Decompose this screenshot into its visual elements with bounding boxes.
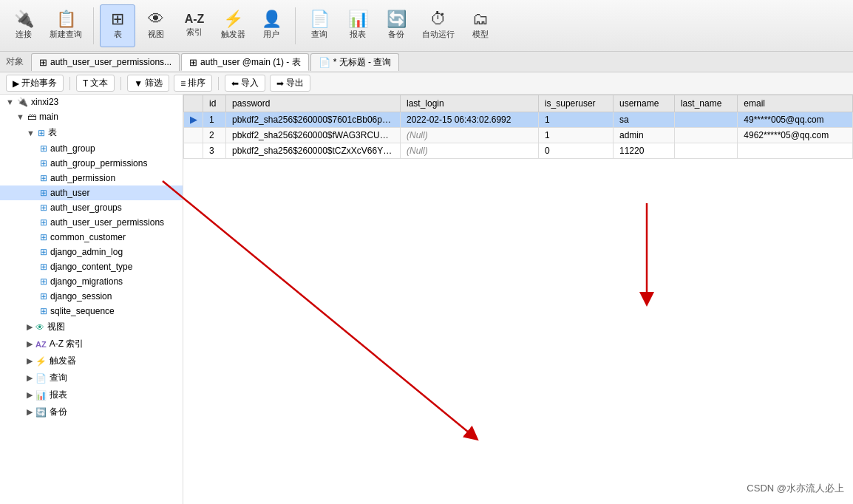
col-header-email[interactable]: email: [738, 95, 853, 112]
user-button[interactable]: 👤 用户: [254, 4, 289, 47]
separator-2: [295, 7, 296, 44]
sidebar-reports-section[interactable]: ▶ 📊 报表: [0, 386, 183, 403]
col-header-id[interactable]: id: [203, 95, 226, 112]
filter-button[interactable]: ▼ 筛选: [127, 75, 169, 92]
trigger-icon: ⚡: [223, 11, 243, 27]
backup-label: 备份: [388, 29, 404, 40]
sidebar-views-section[interactable]: ▶ 👁 视图: [0, 319, 183, 336]
tab-auth-user[interactable]: ⊞ auth_user @main (1) - 表: [181, 53, 309, 71]
sidebar-triggers-section[interactable]: ▶ ⚡ 触发器: [0, 353, 183, 370]
cell-username[interactable]: 11220: [613, 143, 674, 159]
tab-permissions[interactable]: ⊞ auth_user_user_permissions...: [31, 53, 180, 71]
cell-username[interactable]: admin: [613, 128, 674, 143]
cell-last_login[interactable]: (Null): [400, 143, 538, 159]
report-button[interactable]: 📊 报表: [340, 4, 375, 47]
sidebar-queries-section[interactable]: ▶ 📄 查询: [0, 370, 183, 386]
index-label: 索引: [186, 27, 203, 38]
col-header-last-login[interactable]: last_login: [400, 95, 538, 112]
sidebar-table-django-session[interactable]: ⊞ django_session: [0, 289, 183, 304]
sidebar-table-auth-group-label: auth_group: [50, 143, 95, 154]
col-header-password[interactable]: password: [226, 95, 401, 112]
table-row[interactable]: 2pbkdf2_sha256$260000$fWAG3RCUN25cuhVIsG…: [184, 128, 853, 143]
sidebar-table-django-content-type[interactable]: ⊞ django_content_type: [0, 259, 183, 274]
backup-button[interactable]: 🔄 备份: [378, 4, 414, 47]
sidebar-table-auth-user-groups[interactable]: ⊞ auth_user_groups: [0, 200, 183, 215]
cell-email[interactable]: [738, 143, 853, 159]
cell-last_name[interactable]: [674, 128, 737, 143]
sidebar-table-auth-group[interactable]: ⊞ auth_group: [0, 141, 183, 156]
autorun-button[interactable]: ⏱ 自动运行: [417, 4, 460, 47]
view-icon: 👁: [148, 11, 164, 27]
sidebar-db[interactable]: ▼ 🗃 main: [0, 109, 183, 124]
import-icon: ⬅: [231, 78, 239, 89]
begin-txn-button[interactable]: ▶ 开始事务: [6, 75, 64, 92]
triggers-section-icon: ⚡: [35, 356, 47, 367]
sidebar-table-sqlite-sequence[interactable]: ⊞ sqlite_sequence: [0, 304, 183, 319]
tab-permissions-icon: ⊞: [39, 57, 47, 68]
reports-section-icon: 📊: [35, 390, 47, 401]
trigger-button[interactable]: ⚡ 触发器: [215, 4, 251, 47]
cell-is_superuser[interactable]: 0: [538, 143, 613, 159]
sidebar-backups-section[interactable]: ▶ 🔄 备份: [0, 403, 183, 420]
table-icon-auth-user-user-permissions: ⊞: [40, 217, 47, 228]
query-button[interactable]: 📄 查询: [302, 4, 337, 47]
cell-email[interactable]: 4962*****05@qq.com: [738, 128, 853, 143]
connect-button[interactable]: 🔌 连接: [6, 4, 41, 47]
tab-untitled-query[interactable]: 📄 * 无标题 - 查询: [310, 53, 400, 71]
connect-icon: 🔌: [14, 11, 34, 27]
sidebar-reports-label: 报表: [50, 389, 67, 401]
sidebar-table-django-admin-log-label: django_admin_log: [50, 247, 123, 257]
sort-button[interactable]: ≡ 排序: [174, 75, 212, 92]
cell-is_superuser[interactable]: 1: [538, 112, 613, 128]
cell-password[interactable]: pbkdf2_sha256$260000$7601cBb06pzUia1Rad5…: [226, 112, 401, 128]
backups-collapse-icon: ▶: [27, 407, 33, 417]
export-button[interactable]: ➡ 导出: [270, 75, 310, 92]
cell-id[interactable]: 2: [203, 128, 226, 143]
col-header-last-name[interactable]: last_name: [674, 95, 737, 112]
cell-is_superuser[interactable]: 1: [538, 128, 613, 143]
filter-icon: ▼: [134, 78, 143, 89]
text-button[interactable]: T 文本: [76, 75, 115, 92]
cell-password[interactable]: pbkdf2_sha256$260000$fWAG3RCUN25cuhVIsGx…: [226, 128, 401, 143]
sidebar-tables-section[interactable]: ▼ ⊞ 表: [0, 124, 183, 141]
table-icon-django-migrations: ⊞: [40, 276, 47, 287]
cell-last_login[interactable]: 2022-02-15 06:43:02.6992: [400, 112, 538, 128]
table-icon: ⊞: [111, 11, 124, 27]
sidebar-table-auth-user[interactable]: ⊞ auth_user: [0, 185, 183, 200]
object-label: 对象: [3, 55, 30, 68]
cell-id[interactable]: 3: [203, 143, 226, 159]
sort-label: 排序: [188, 77, 205, 89]
sidebar-table-auth-permission[interactable]: ⊞ auth_permission: [0, 171, 183, 185]
new-query-button[interactable]: 📋 新建查询: [44, 4, 87, 47]
model-button[interactable]: 🗂 模型: [463, 4, 498, 47]
main-layout: ▼ 🔌 xinxi23 ▼ 🗃 main ▼ ⊞ 表 ⊞ auth_group: [0, 95, 853, 504]
sidebar-table-common-customer[interactable]: ⊞ common_customer: [0, 230, 183, 245]
cell-password[interactable]: pbkdf2_sha256$260000$tCZxXcV66YTAQjr9gMU…: [226, 143, 401, 159]
sidebar-root[interactable]: ▼ 🔌 xinxi23: [0, 95, 183, 109]
action-sep-3: [218, 77, 219, 90]
db-collapse-icon: ▼: [16, 112, 24, 121]
table-row[interactable]: ▶1pbkdf2_sha256$260000$7601cBb06pzUia1Ra…: [184, 112, 853, 128]
view-button[interactable]: 👁 视图: [138, 4, 174, 47]
table-button[interactable]: ⊞ 表: [100, 4, 135, 47]
model-label: 模型: [472, 29, 489, 40]
index-button[interactable]: A-Z 索引: [177, 4, 212, 47]
cell-last_name[interactable]: [674, 112, 737, 128]
cell-last_login[interactable]: (Null): [400, 128, 538, 143]
cell-last_name[interactable]: [674, 143, 737, 159]
sidebar-table-auth-user-label: auth_user: [50, 188, 89, 198]
cell-id[interactable]: 1: [203, 112, 226, 128]
sidebar-table-auth-group-permissions[interactable]: ⊞ auth_group_permissions: [0, 156, 183, 171]
sidebar-table-auth-user-user-permissions[interactable]: ⊞ auth_user_user_permissions: [0, 215, 183, 230]
import-button[interactable]: ⬅ 导入: [225, 75, 265, 92]
cell-username[interactable]: sa: [613, 112, 674, 128]
table-row[interactable]: 3pbkdf2_sha256$260000$tCZxXcV66YTAQjr9gM…: [184, 143, 853, 159]
col-header-is-superuser[interactable]: is_superuser: [538, 95, 613, 112]
col-header-username[interactable]: username: [613, 95, 674, 112]
table-icon-sqlite-sequence: ⊞: [40, 306, 47, 316]
sidebar-indexes-section[interactable]: ▶ AZ A-Z 索引: [0, 336, 183, 353]
sidebar-table-django-admin-log[interactable]: ⊞ django_admin_log: [0, 245, 183, 259]
report-icon: 📊: [348, 11, 368, 27]
sidebar-table-django-migrations[interactable]: ⊞ django_migrations: [0, 274, 183, 289]
cell-email[interactable]: 49*****005@qq.com: [738, 112, 853, 128]
